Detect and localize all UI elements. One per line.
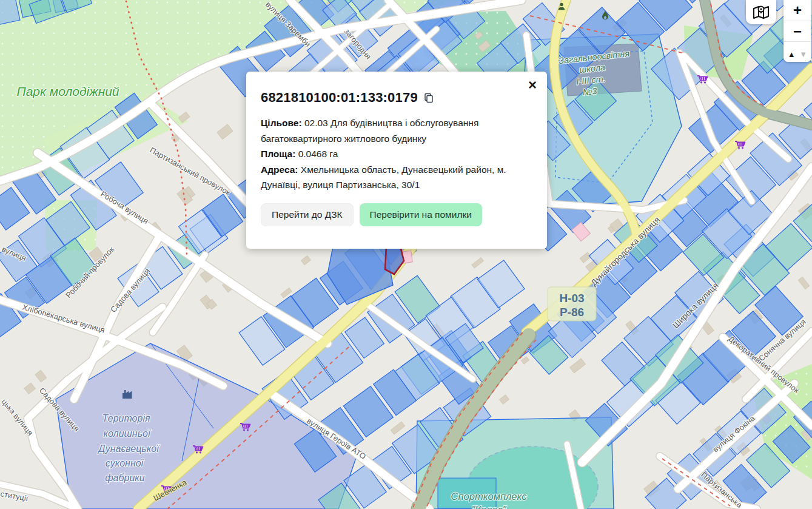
map-label: Р-86 [560,306,584,319]
map-label: "Колос" [472,504,507,509]
map-label: №3 [582,86,597,97]
map-label: Хлібопекарська вулиця [21,302,106,334]
map-label: Спорткомплекс [451,491,528,502]
popup-close-button[interactable]: × [525,78,540,92]
field-address: Адреса: Хмельницька область, Дунаєвецьки… [261,164,506,190]
tilt-control[interactable]: ▲ ▼ [783,41,811,62]
map-label: Територія [102,413,150,423]
zoom-controls: + − ▲ ▼ [783,0,811,62]
layers-button[interactable] [746,0,776,24]
parcel-info-popup: × 6821810100:01:133:0179 Цільове: 02.03 … [246,72,547,249]
map-layers-icon [752,4,770,21]
map-label: колишньої [104,428,152,439]
tilt-up-icon: ▲ [788,50,796,59]
map-label: суконної [106,458,145,468]
cadastral-number: 6821810100:01:133:0179 [261,90,418,106]
tilt-down-icon: ▼ [799,50,807,59]
goto-dzk-button[interactable]: Перейти до ДЗК [261,203,354,226]
field-area: Площа: 0.0468 га [261,149,338,159]
map-label: Дунаєвецької [97,443,160,454]
field-purpose: Цільове: 02.03 Для будівництва і обслуго… [261,118,478,144]
zoom-out-button[interactable]: − [783,21,811,41]
map-label: Парк молодіжний [16,84,119,98]
zoom-in-button[interactable]: + [783,0,811,21]
check-errors-button[interactable]: Перевірити на помилки [360,203,482,226]
copy-icon[interactable] [424,93,434,103]
map-label: Н-03 [559,292,584,305]
map-label: фабрики [105,473,145,483]
